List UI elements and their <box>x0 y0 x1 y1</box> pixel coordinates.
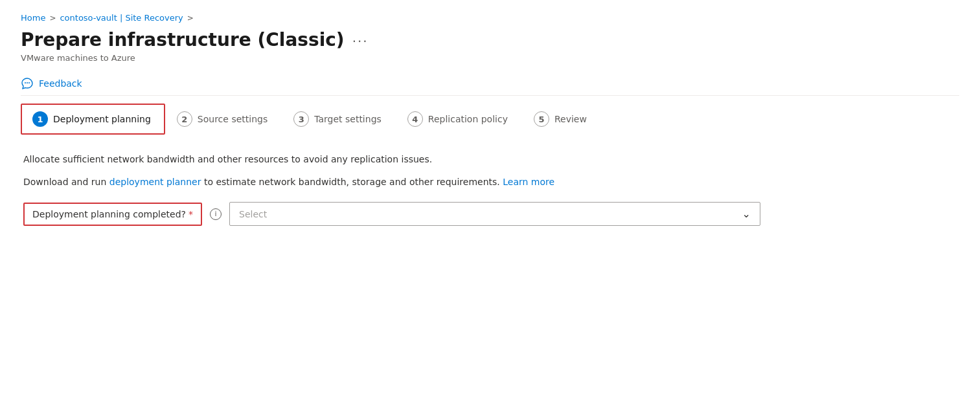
breadcrumb-sep1: > <box>49 14 56 23</box>
step-3-label: Target settings <box>314 114 382 124</box>
svg-point-0 <box>25 82 26 83</box>
breadcrumb-sep2: > <box>187 14 194 23</box>
step-replication-policy[interactable]: 4 Replication policy <box>396 104 522 135</box>
more-options-button[interactable]: ··· <box>352 34 369 49</box>
step-1-label: Deployment planning <box>53 114 151 124</box>
description-2: Download and run deployment planner to e… <box>23 175 957 189</box>
page-title: Prepare infrastructure (Classic) <box>21 29 345 50</box>
step-source-settings[interactable]: 2 Source settings <box>165 104 282 135</box>
feedback-button[interactable]: Feedback <box>39 78 82 89</box>
step-target-settings[interactable]: 3 Target settings <box>282 104 396 135</box>
select-placeholder: Select <box>239 209 267 219</box>
wizard-steps: 1 Deployment planning 2 Source settings … <box>21 104 959 135</box>
step-5-label: Review <box>554 114 587 124</box>
step-4-number: 4 <box>407 111 423 127</box>
deployment-planner-link[interactable]: deployment planner <box>109 177 201 187</box>
info-icon[interactable]: i <box>210 208 222 220</box>
description-1: Allocate sufficient network bandwidth an… <box>23 153 957 166</box>
content-area: Allocate sufficient network bandwidth an… <box>21 153 959 226</box>
page-subtitle: VMware machines to Azure <box>21 53 959 63</box>
breadcrumb: Home > contoso-vault | Site Recovery > <box>21 13 959 23</box>
description-2-suffix: to estimate network bandwidth, storage a… <box>201 177 503 187</box>
feedback-icon <box>21 77 34 90</box>
breadcrumb-home[interactable]: Home <box>21 13 45 23</box>
svg-point-2 <box>28 82 30 83</box>
description-2-prefix: Download and run <box>23 177 109 187</box>
form-label-box: Deployment planning completed? * <box>23 203 202 226</box>
planning-completed-dropdown[interactable]: Select ⌄ <box>229 202 760 226</box>
step-1-number: 1 <box>32 111 48 127</box>
form-row: Deployment planning completed? * i Selec… <box>23 202 957 226</box>
step-deployment-planning[interactable]: 1 Deployment planning <box>21 104 165 135</box>
step-2-number: 2 <box>177 111 192 127</box>
step-3-number: 3 <box>293 111 309 127</box>
page-title-row: Prepare infrastructure (Classic) ··· <box>21 29 959 50</box>
svg-point-1 <box>27 82 28 83</box>
step-4-label: Replication policy <box>428 114 508 124</box>
step-review[interactable]: 5 Review <box>522 104 601 135</box>
form-label: Deployment planning completed? <box>32 209 186 219</box>
chevron-down-icon: ⌄ <box>742 208 751 220</box>
learn-more-link[interactable]: Learn more <box>503 177 554 187</box>
step-5-number: 5 <box>534 111 549 127</box>
feedback-row: Feedback <box>21 72 959 96</box>
required-indicator: * <box>188 209 193 219</box>
breadcrumb-vault[interactable]: contoso-vault | Site Recovery <box>60 13 183 23</box>
step-2-label: Source settings <box>198 114 268 124</box>
